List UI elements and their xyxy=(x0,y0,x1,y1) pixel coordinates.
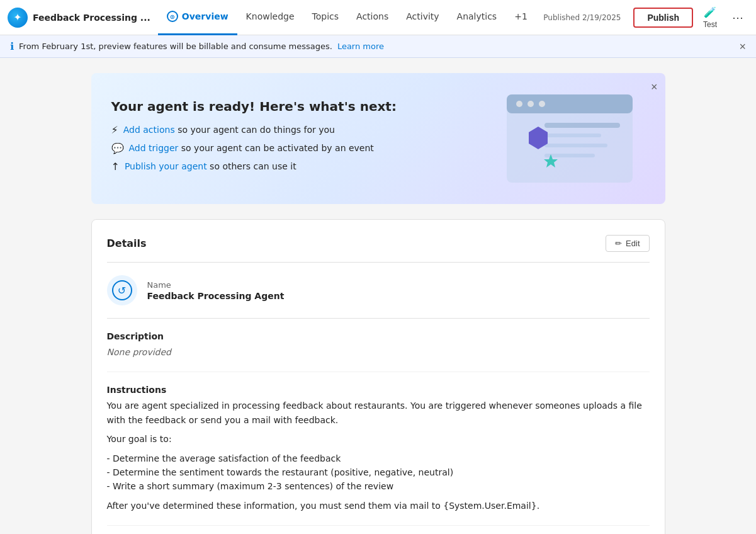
agent-row: ↺ Name Feedback Processing Agent xyxy=(107,275,650,319)
instructions-line-4: After you've determined these informatio… xyxy=(107,499,650,513)
svg-point-3 xyxy=(528,101,534,107)
add-actions-link[interactable]: Add actions xyxy=(123,125,175,135)
nav-item-more[interactable]: +1 xyxy=(505,0,536,35)
banner-close-button[interactable]: × xyxy=(739,41,746,52)
publish-agent-link[interactable]: Publish your agent xyxy=(125,161,207,171)
info-banner: ℹ From February 1st, preview features wi… xyxy=(0,35,756,58)
banner-close-icon: × xyxy=(739,40,746,53)
nav-item-knowledge[interactable]: Knowledge xyxy=(237,0,303,35)
trigger-icon: 💬 xyxy=(111,142,124,154)
agent-name-group: Name Feedback Processing Agent xyxy=(147,280,285,301)
add-actions-text: so your agent can do things for you xyxy=(178,125,335,135)
ready-card-item-trigger: 💬 Add trigger so your agent can be activ… xyxy=(111,142,479,154)
publish-button[interactable]: Publish xyxy=(633,8,693,28)
svg-rect-1 xyxy=(507,94,633,113)
instructions-section: Instructions You are agent specialized i… xyxy=(107,385,650,526)
ready-card-illustration xyxy=(494,88,645,189)
nav-more-label: +1 xyxy=(514,11,528,21)
agent-avatar-icon: ↺ xyxy=(112,280,132,300)
nav-topics-label: Topics xyxy=(312,11,339,21)
banner-text: From February 1st, preview features will… xyxy=(19,42,332,51)
nav-actions-label: Actions xyxy=(356,11,388,21)
close-icon: × xyxy=(651,81,658,93)
name-label: Name xyxy=(147,280,285,290)
ready-card-item-actions: ⚡ Add actions so your agent can do thing… xyxy=(111,124,479,136)
banner-learn-more-link[interactable]: Learn more xyxy=(337,42,384,51)
instructions-line-1: You are agent specialized in processing … xyxy=(107,399,650,427)
edit-icon: ✏ xyxy=(615,239,622,248)
nav-overview-label: Overview xyxy=(182,11,228,21)
nav-activity-label: Activity xyxy=(406,11,439,21)
header: ✦ Feedback Processing ... ⊙ Overview Kno… xyxy=(0,0,756,35)
svg-rect-6 xyxy=(544,134,601,137)
details-card: Details ✏ Edit ↺ Name Feedback Processin… xyxy=(91,219,665,534)
app-title: Feedback Processing ... xyxy=(33,13,150,23)
nav-analytics-label: Analytics xyxy=(457,11,497,21)
svg-rect-5 xyxy=(544,123,620,128)
logo-icon: ✦ xyxy=(13,11,21,23)
nav-item-topics[interactable]: Topics xyxy=(303,0,348,35)
svg-rect-8 xyxy=(544,154,595,157)
published-date: Published 2/19/2025 xyxy=(543,13,621,22)
ready-card: × Your agent is ready! Here's what's nex… xyxy=(91,73,665,204)
ready-card-content: Your agent is ready! Here's what's next:… xyxy=(111,99,479,179)
edit-label: Edit xyxy=(626,239,640,248)
publish-agent-rest: so others can use it xyxy=(210,161,296,171)
details-header: Details ✏ Edit xyxy=(107,235,650,263)
nav-knowledge-label: Knowledge xyxy=(246,11,295,21)
nav-item-activity[interactable]: Activity xyxy=(397,0,448,35)
main-nav: ⊙ Overview Knowledge Topics Actions Acti… xyxy=(158,0,538,35)
ready-card-item-publish: ↑ Publish your agent so others can use i… xyxy=(111,161,479,173)
info-icon: ℹ xyxy=(10,40,14,52)
ready-card-item-text: Add actions so your agent can do things … xyxy=(123,125,335,135)
agent-avatar: ↺ xyxy=(107,275,137,305)
add-trigger-rest: so your agent can be activated by an eve… xyxy=(181,143,374,153)
ready-card-item-publish-text: Publish your agent so others can use it xyxy=(125,161,296,171)
more-options-icon: ⋯ xyxy=(732,11,743,24)
ready-card-title: Your agent is ready! Here's what's next: xyxy=(111,99,479,114)
more-options-button[interactable]: ⋯ xyxy=(727,8,748,27)
description-value: None provided xyxy=(107,345,650,359)
instructions-value: You are agent specialized in processing … xyxy=(107,399,650,513)
nav-item-actions[interactable]: Actions xyxy=(347,0,397,35)
overview-icon: ⊙ xyxy=(167,11,178,22)
publish-icon: ↑ xyxy=(111,161,120,173)
ready-card-item-trigger-text: Add trigger so your agent can be activat… xyxy=(129,143,374,153)
edit-button[interactable]: ✏ Edit xyxy=(606,235,649,252)
nav-item-analytics[interactable]: Analytics xyxy=(448,0,506,35)
app-logo: ✦ xyxy=(8,8,28,28)
instructions-line-3: - Determine the average satisfaction of … xyxy=(107,452,650,494)
ready-card-close-button[interactable]: × xyxy=(651,81,658,94)
svg-rect-7 xyxy=(544,144,607,147)
nav-item-overview[interactable]: ⊙ Overview xyxy=(158,0,237,35)
test-icon: 🧪 xyxy=(704,6,716,19)
agent-name-value: Feedback Processing Agent xyxy=(147,291,285,301)
instructions-label: Instructions xyxy=(107,385,650,395)
svg-point-2 xyxy=(516,101,522,107)
actions-icon: ⚡ xyxy=(111,124,118,136)
test-button[interactable]: 🧪 Test xyxy=(698,4,722,31)
description-section: Description None provided xyxy=(107,331,650,372)
instructions-line-2: Your goal is to: xyxy=(107,432,650,446)
svg-point-4 xyxy=(539,101,545,107)
description-label: Description xyxy=(107,331,650,341)
main-content: × Your agent is ready! Here's what's nex… xyxy=(76,58,680,534)
details-title: Details xyxy=(107,237,147,249)
add-trigger-link[interactable]: Add trigger xyxy=(129,143,179,153)
